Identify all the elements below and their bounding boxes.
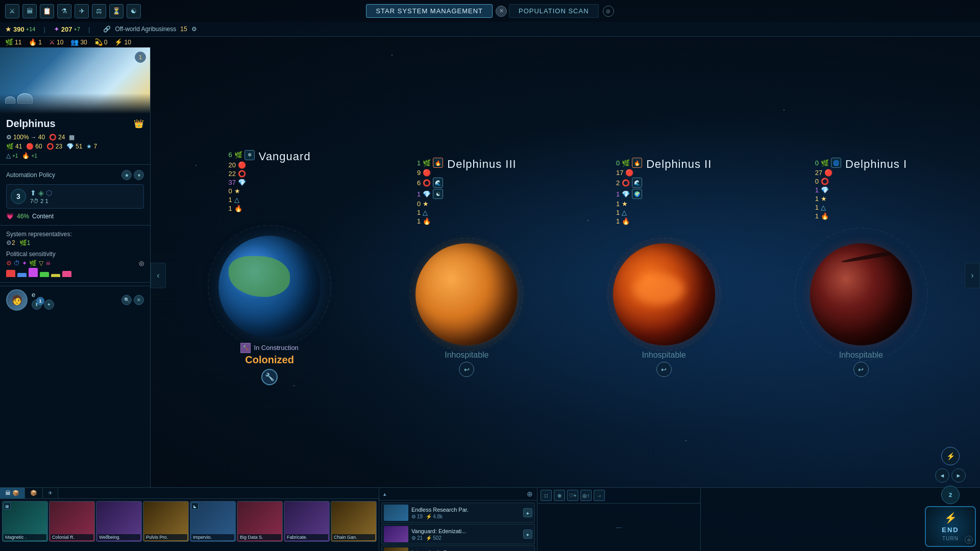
d1-globe[interactable] xyxy=(810,243,912,345)
auto-chevron[interactable]: ▾ xyxy=(134,170,144,180)
agent-search-btn[interactable]: 🔍 xyxy=(121,295,132,305)
btab-buildings[interactable]: 🏛 📦 xyxy=(0,488,25,498)
d3-status: Inhospitable ↩ xyxy=(445,350,488,377)
agent-actions: ⬆ 1 ✦ xyxy=(32,299,54,310)
d1-stat-3: 0 ⭕ xyxy=(815,178,829,185)
queue-turns: 7⏱ 2 1 xyxy=(30,198,52,204)
card-colonial[interactable]: Colonial R. xyxy=(49,501,95,542)
card-wellbeing[interactable]: Wellbeing. xyxy=(96,501,142,542)
br-icon-target[interactable]: ⊕ xyxy=(554,490,565,501)
dome-visual xyxy=(5,93,33,104)
pol-sens: Political sensitivity ⚙ ⏱ ✦ 🌿 ▽ ☠ ◎ xyxy=(0,248,150,279)
card-magnetic-tl: ▦ xyxy=(4,503,11,510)
bq-expand[interactable]: ⊕ xyxy=(527,490,533,498)
card-impervio[interactable]: Impervio. ◣ xyxy=(190,501,236,542)
d3-status-btn[interactable]: ↩ xyxy=(459,362,474,377)
nav-arrow-left[interactable]: ‹ xyxy=(151,263,166,288)
dust-icon: 💫 xyxy=(94,38,103,46)
br-icon-shield[interactable]: ◎↑ xyxy=(580,490,592,501)
bq-item-0[interactable]: Endless Research Par. ⚙ 19 ⚡ 4.8k xyxy=(381,503,535,523)
bq-thumb-2 xyxy=(384,547,408,551)
card-wellbeing-label: Wellbeing. xyxy=(97,534,140,540)
nav-tabs: STAR SYSTEM MANAGEMENT ✕ POPULATION SCAN… xyxy=(366,4,614,18)
sec-resources: 🌿 11 🔥 1 ⚔ 10 👥 30 💫 0 ⚡ 10 xyxy=(0,37,980,47)
res-industry: 🔥 1 xyxy=(29,38,42,46)
d1-status-btn[interactable]: ↩ xyxy=(853,362,869,377)
icon-report[interactable]: 📋 xyxy=(40,4,54,18)
bottom-cards-section: 🏛 📦 📦 ✈ Magnetic . ▦ Colonial R. xyxy=(0,488,379,551)
bq-arrow-1[interactable]: ▸ xyxy=(523,530,532,539)
auto-star[interactable]: ★ xyxy=(121,170,132,180)
icon-combat[interactable]: ⚔ xyxy=(5,4,19,18)
tab-population[interactable]: POPULATION SCAN xyxy=(509,4,599,18)
end-turn-button[interactable]: ⚡ END TURN ⊙ xyxy=(925,506,976,547)
top-bar: ⚔ 🏛 📋 ⚗ ✈ ⚖ ⏳ ☯ STAR SYSTEM MANAGEMENT ✕… xyxy=(0,0,980,22)
d3-stat-4: 1 💎 ☯ xyxy=(417,189,443,199)
stat-row-pop: ⚙ 100% → 40 ⭕ 24 ▦ xyxy=(6,134,144,141)
resource-science: ✦ 207 +7 xyxy=(54,25,80,33)
br-icon-square[interactable]: □ xyxy=(541,490,552,501)
btab-improvements[interactable]: 📦 xyxy=(25,488,43,498)
br-icon-heart[interactable]: ♡+ xyxy=(567,490,578,501)
d2-globe[interactable] xyxy=(613,243,715,345)
queue-star-icon: ⬡ xyxy=(46,189,52,197)
agent-name: e xyxy=(32,291,54,298)
card-magnetic[interactable]: Magnetic . ▦ xyxy=(2,501,48,542)
bq-item-2[interactable]: Intergalactic Superm... ⚙ 39 ⚡ 4.6k xyxy=(381,545,535,551)
icon-science[interactable]: ⚗ xyxy=(57,4,71,18)
icon-ships[interactable]: ✈ xyxy=(75,4,89,18)
d2-globe-container xyxy=(613,243,715,345)
agent-close-btn[interactable]: ✕ xyxy=(134,295,144,305)
bq-arrow-0[interactable]: ▸ xyxy=(523,508,532,517)
auto-icons: ★ ▾ xyxy=(121,170,144,180)
bq-meta-1: ⚙ 21 ⚡ 502 xyxy=(411,535,520,541)
bq-stat-1b: ⚡ 502 xyxy=(426,535,442,541)
tab-system[interactable]: STAR SYSTEM MANAGEMENT xyxy=(366,4,493,18)
icon-buildings[interactable]: 🏛 xyxy=(22,4,37,18)
pol-bar-2 xyxy=(29,268,38,277)
pop-row: 💗 46% Content xyxy=(0,211,150,222)
d2-special-fire: 🔥 xyxy=(632,158,642,168)
d2-stats: 0 🌿 🔥 17 🔴 2 ⭕ 🌊 xyxy=(616,158,642,239)
icon-balance[interactable]: ⚖ xyxy=(92,4,106,18)
card-magnetic-label: Magnetic . xyxy=(4,534,46,540)
bq-items: Endless Research Par. ⚙ 19 ⚡ 4.8k xyxy=(379,500,537,551)
pol-circle-btn[interactable]: ◎ xyxy=(139,260,144,267)
d2-status-btn[interactable]: ↩ xyxy=(656,362,672,377)
tab-system-close[interactable]: ✕ xyxy=(496,6,507,17)
br-icon-arrow[interactable]: → xyxy=(594,490,605,501)
res-population: 👥 30 xyxy=(70,38,87,46)
d2-name-area: Delphinus II xyxy=(646,158,712,173)
vanguard-globe-container xyxy=(218,236,321,338)
d3-globe[interactable] xyxy=(415,243,518,345)
vanguard-stat-1: 6 🌿 ❄ xyxy=(229,150,255,160)
bq-stat-1a: ⚙ 21 xyxy=(411,535,423,541)
res-influence: ⚡ 10 xyxy=(114,38,131,46)
nav-arrow-right[interactable]: › xyxy=(965,263,980,288)
bottom-far-right: ⚡ ◄ ► 2 ⚡ END TURN ⊙ xyxy=(701,488,980,551)
resource-credits: ★ 390 +14 xyxy=(5,25,35,33)
colonized-label: Colonized xyxy=(240,354,298,366)
d2-stat-7: 1 🔥 xyxy=(616,217,630,225)
stat-food-sidebar: 🌿 41 xyxy=(6,143,22,150)
agent-info: e ⬆ 1 ✦ xyxy=(32,291,54,310)
tab-population-icon[interactable]: ◎ xyxy=(603,6,614,17)
d3-special-2: 🌊 xyxy=(433,178,443,188)
card-fabricate[interactable]: Fabricate. xyxy=(284,501,330,542)
card-pulvis[interactable]: Pulvis Pro. xyxy=(143,501,189,542)
bottom-tabs: 🏛 📦 📦 ✈ xyxy=(0,488,379,499)
bq-item-1[interactable]: Vanguard: Edenizati... ⚙ 21 ⚡ 502 xyxy=(381,524,535,544)
agent-action-up[interactable]: ⬆ 1 xyxy=(32,299,42,310)
icon-yin[interactable]: ☯ xyxy=(127,4,141,18)
vanguard-stat-6: 1 △ xyxy=(229,196,239,204)
card-chain[interactable]: Chain Gan. xyxy=(331,501,377,542)
stat-pop: ⚙ 100% → 40 xyxy=(6,134,45,141)
vanguard-globe[interactable] xyxy=(218,236,321,338)
et-corner[interactable]: ⊙ xyxy=(965,536,973,544)
btab-units[interactable]: ✈ xyxy=(43,488,58,498)
sidebar-planet-stats: ⚙ 100% → 40 ⭕ 24 ▦ 🌿 xyxy=(0,132,150,161)
agent-action-star[interactable]: ✦ xyxy=(44,299,54,310)
card-bigdata[interactable]: Big Data S. xyxy=(237,501,283,542)
icon-timer[interactable]: ⏳ xyxy=(109,4,124,18)
vanguard-wrench[interactable]: 🔧 xyxy=(261,369,278,385)
